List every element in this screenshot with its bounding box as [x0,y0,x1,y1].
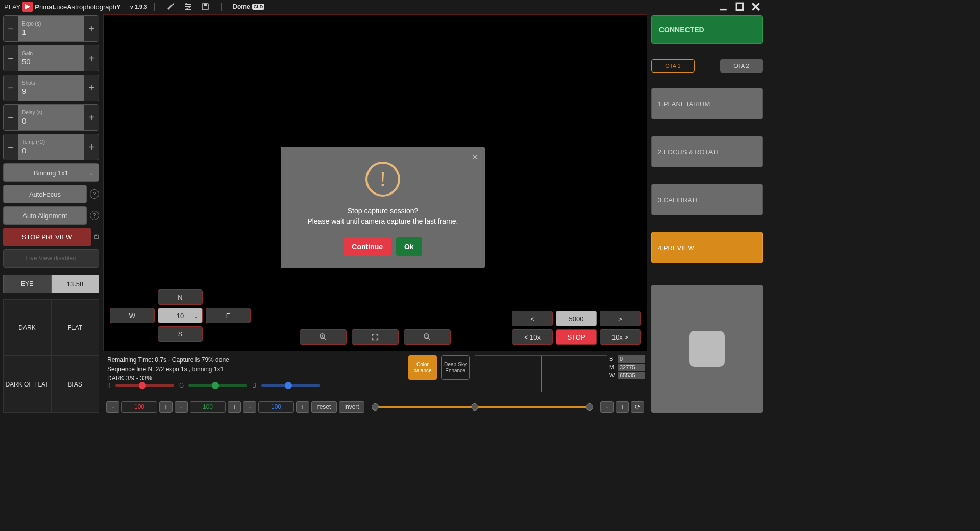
calibration-quad: DARK FLAT DARK OF FLAT BIAS [3,299,99,413]
r-minus[interactable]: - [106,401,119,413]
expo-minus[interactable]: − [4,16,18,41]
eye-button[interactable]: EYE [3,275,51,293]
delay-minus[interactable]: − [4,105,18,130]
joystick-pad[interactable] [689,331,725,367]
color-balance-toggle[interactable]: Color balance [408,355,437,380]
ota2-button[interactable]: OTA 2 [720,59,763,73]
sliders-icon[interactable] [183,2,192,11]
b-value[interactable]: 0 [618,355,645,363]
shots-value: 9 [22,87,80,95]
slew-w-button[interactable]: W [110,308,155,323]
slew-n-button[interactable]: N [158,289,203,305]
slew-e-button[interactable]: E [206,308,251,323]
save-icon[interactable] [201,2,210,11]
ota1-button[interactable]: OTA 1 [651,59,695,73]
stop-preview-button[interactable]: STOP PREVIEW [3,228,91,246]
step-preview[interactable]: 4.PREVIEW [651,232,763,263]
deep-sky-toggle[interactable]: Deep-Sky Enhance [441,355,470,380]
r-plus[interactable]: + [159,401,173,413]
zoom-out-button[interactable] [404,329,451,345]
rot-gt-button[interactable]: > [600,311,641,326]
gain-value: 50 [22,57,80,66]
continue-button[interactable]: Continue [344,237,391,256]
b-plus[interactable]: + [296,401,309,413]
b-value[interactable]: 100 [258,401,294,413]
close-icon[interactable] [750,1,762,12]
autoalign-button[interactable]: Auto Alignment [3,206,87,225]
autofocus-info-icon[interactable]: ? [90,189,99,199]
stretch-refresh-icon[interactable]: ⟳ [631,401,644,413]
rot-lt-button[interactable]: < [512,311,553,326]
expo-plus[interactable]: + [84,16,99,41]
dome-label[interactable]: Dome [233,3,250,10]
rgb-sliders: R G B [106,382,402,389]
rot-stop-button[interactable]: STOP [556,329,597,345]
dark-button[interactable]: DARK [3,299,51,356]
step-focus-rotate[interactable]: 2.FOCUS & ROTATE [651,136,763,167]
rot-gt10-button[interactable]: 10x > [600,329,641,345]
temp-plus[interactable]: + [84,134,99,160]
slew-speed-select[interactable]: 10⌄ [158,308,203,323]
reset-button[interactable]: reset [311,401,337,413]
slew-s-button[interactable]: S [158,326,203,342]
rgb-value-row: - 100 + - 100 + - 100 + reset invert - +… [106,401,644,413]
delay-stepper: − Delay (s) 0 + [3,104,99,131]
stretch-plus[interactable]: + [616,401,629,413]
joystick-area[interactable] [651,285,763,413]
autofocus-button[interactable]: AutoFocus [3,185,87,203]
save-session-icon[interactable] [94,232,99,242]
dark-of-flat-button[interactable]: DARK OF FLAT [3,356,51,413]
temp-stepper: − Temp (°C) 0 + [3,134,99,160]
minimize-icon[interactable] [718,1,729,12]
step-calibrate[interactable]: 3.CALIBRATE [651,184,763,215]
r-value[interactable]: 100 [121,401,157,413]
delay-field[interactable]: Delay (s) 0 [18,105,84,130]
delay-plus[interactable]: + [84,105,99,130]
autoalign-info-icon[interactable]: ? [90,211,99,220]
maximize-icon[interactable] [734,1,745,12]
stretch-slider[interactable] [372,406,593,408]
fit-button[interactable] [352,329,399,345]
expo-field[interactable]: Expo (s) 1 [18,16,84,41]
histogram[interactable] [475,355,607,392]
ok-button[interactable]: Ok [396,237,422,256]
bias-button[interactable]: BIAS [51,356,99,413]
g-value[interactable]: 100 [190,401,226,413]
gain-plus[interactable]: + [84,45,99,71]
binning-select[interactable]: Binning 1x1 ⌄ [3,163,99,182]
rot-value[interactable]: 5000 [556,311,597,326]
telescope-icon[interactable] [166,2,175,11]
temp-field[interactable]: Temp (°C) 0 [18,134,84,160]
b-label: B [609,356,618,362]
b-slider[interactable] [261,384,320,387]
g-slider[interactable] [188,384,247,387]
zoom-in-button[interactable] [300,329,347,345]
shots-plus[interactable]: + [84,75,99,101]
live-view-disabled: Live View disabled [3,249,99,268]
slew-pad: N W 10⌄ E S [110,289,251,345]
dialog-line-1: Stop capture session? [291,207,475,215]
warning-icon: ! [365,162,400,197]
g-minus[interactable]: - [175,401,188,413]
title-bar: PLAY PrimaLuceAstrophotographY v 1.9.3 D… [0,0,766,13]
m-value[interactable]: 32775 [618,364,645,371]
g-plus[interactable]: + [228,401,241,413]
gain-minus[interactable]: − [4,45,18,71]
flat-button[interactable]: FLAT [51,299,99,356]
cld-badge[interactable]: CLD [252,4,265,10]
temp-label: Temp (°C) [22,139,80,145]
step-planetarium[interactable]: 1.PLANETARIUM [651,88,763,119]
shots-minus[interactable]: − [4,75,18,101]
stretch-minus[interactable]: - [600,401,614,413]
gain-field[interactable]: Gain 50 [18,45,84,71]
b-minus[interactable]: - [243,401,256,413]
shots-field[interactable]: Shots 9 [18,75,84,101]
dialog-close-icon[interactable]: ✕ [471,152,479,163]
w-value[interactable]: 65535 [618,372,645,379]
temp-minus[interactable]: − [4,134,18,160]
invert-button[interactable]: invert [339,401,364,413]
connected-status[interactable]: CONNECTED [651,15,763,44]
rot-lt10-button[interactable]: < 10x [512,329,553,345]
r-slider[interactable] [115,384,174,387]
expo-stepper: − Expo (s) 1 + [3,15,99,42]
